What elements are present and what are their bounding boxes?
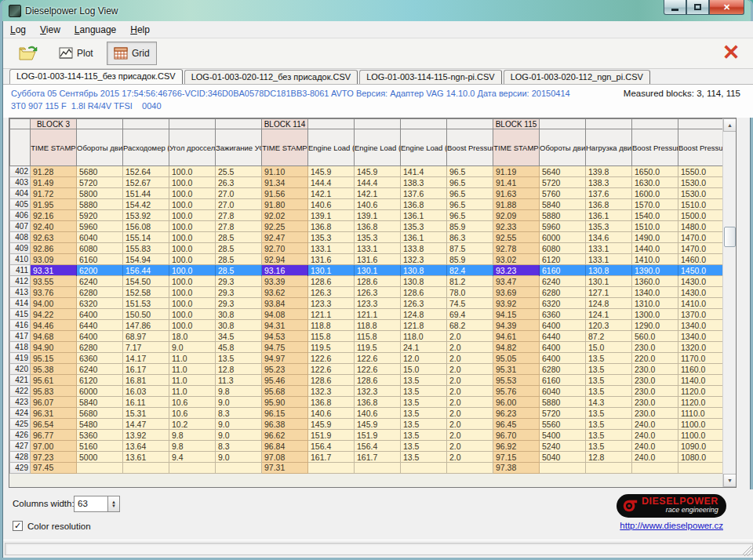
table-cell[interactable]: 15.31 [123, 408, 169, 419]
table-cell[interactable]: 1530.0 [678, 188, 725, 199]
table-cell[interactable]: 92.02 [262, 210, 308, 221]
table-cell[interactable]: 1120.0 [678, 386, 725, 397]
table-cell[interactable]: 5880 [77, 199, 123, 210]
plot-button[interactable]: Plot [52, 42, 100, 65]
table-cell[interactable]: 240.0 [632, 452, 678, 463]
table-cell[interactable]: 154.42 [123, 199, 169, 210]
row-number[interactable]: 429 [10, 463, 31, 474]
table-cell[interactable]: 96.5 [447, 177, 493, 188]
table-cell[interactable]: 2.0 [447, 331, 493, 342]
close-button[interactable]: ✕ [709, 0, 744, 15]
table-cell[interactable]: 2.0 [447, 441, 493, 452]
table-cell[interactable]: 6240 [540, 276, 586, 287]
table-cell[interactable]: 115.8 [308, 331, 355, 342]
table-cell[interactable]: 92.55 [493, 232, 540, 243]
table-cell[interactable]: 5840 [77, 397, 123, 408]
table-cell[interactable]: 96.07 [31, 397, 77, 408]
table-cell[interactable]: 96.84 [262, 441, 308, 452]
table-cell[interactable]: 151.9 [355, 430, 401, 441]
table-cell[interactable]: 91.49 [31, 177, 77, 188]
table-cell[interactable]: 1630.0 [632, 177, 678, 188]
table-cell[interactable]: 138.3 [401, 177, 447, 188]
table-cell[interactable]: 1490.0 [632, 232, 678, 243]
table-cell[interactable]: 119.5 [308, 342, 355, 353]
table-cell[interactable]: 133.1 [355, 243, 401, 254]
table-cell[interactable]: 6080 [77, 243, 123, 254]
table-cell[interactable]: 9.8 [169, 430, 216, 441]
table-cell[interactable]: 2.0 [447, 353, 493, 364]
table-cell[interactable]: 13.5 [401, 441, 447, 452]
table-cell[interactable]: 93.55 [31, 276, 77, 287]
table-cell[interactable]: 27.0 [216, 188, 262, 199]
table-cell[interactable]: 6440 [77, 320, 123, 331]
table-cell[interactable]: 95.23 [262, 364, 308, 375]
table-cell[interactable]: 14.17 [123, 353, 169, 364]
table-cell[interactable]: 121.1 [355, 309, 401, 320]
table-cell[interactable]: 9.8 [216, 386, 262, 397]
table-cell[interactable]: 136.8 [401, 199, 447, 210]
table-cell[interactable]: 94.22 [31, 309, 77, 320]
table-cell[interactable]: 121.8 [401, 320, 447, 331]
table-cell[interactable]: 29.3 [216, 298, 262, 309]
table-cell[interactable]: 9.0 [216, 430, 262, 441]
table-cell[interactable]: 130.8 [401, 276, 447, 287]
table-cell[interactable]: 122.6 [355, 364, 401, 375]
table-cell[interactable]: 13.5 [586, 364, 632, 375]
table-cell[interactable] [447, 463, 493, 474]
table-cell[interactable]: 1510.0 [678, 199, 725, 210]
table-cell[interactable]: 28.5 [216, 232, 262, 243]
table-cell[interactable]: 6080 [540, 243, 586, 254]
scrollbar-thumb[interactable] [724, 227, 736, 247]
table-cell[interactable]: 95.15 [31, 353, 77, 364]
table-cell[interactable]: 1120.0 [678, 397, 725, 408]
table-cell[interactable]: 140.6 [355, 199, 401, 210]
table-cell[interactable]: 128.6 [308, 276, 355, 287]
table-cell[interactable]: 1340.0 [678, 331, 725, 342]
table-cell[interactable]: 14.47 [123, 419, 169, 430]
table-cell[interactable] [540, 463, 586, 474]
table-cell[interactable]: 126.3 [308, 287, 355, 298]
vertical-scrollbar[interactable]: ▲ ▼ [722, 118, 736, 487]
table-cell[interactable]: 86.3 [447, 232, 493, 243]
table-cell[interactable]: 1450.0 [678, 265, 725, 276]
table-cell[interactable]: 1100.0 [678, 430, 725, 441]
table-cell[interactable]: 6240 [77, 364, 123, 375]
table-cell[interactable]: 13.5 [586, 386, 632, 397]
table-cell[interactable]: 95.68 [262, 386, 308, 397]
table-cell[interactable]: 29.3 [216, 287, 262, 298]
row-number[interactable]: 422 [10, 386, 31, 397]
table-cell[interactable]: 142.1 [355, 188, 401, 199]
table-cell[interactable]: 136.1 [401, 210, 447, 221]
table-cell[interactable]: 18.0 [169, 331, 216, 342]
table-cell[interactable]: 6400 [540, 320, 586, 331]
table-cell[interactable]: 82.4 [447, 265, 493, 276]
columns-width-stepper[interactable]: ▲▼ [108, 496, 120, 512]
table-cell[interactable]: 151.53 [123, 298, 169, 309]
row-number[interactable]: 423 [10, 397, 31, 408]
table-cell[interactable]: 81.2 [447, 276, 493, 287]
columns-width-input[interactable]: 63 [74, 496, 108, 512]
table-cell[interactable]: 128.6 [308, 375, 355, 386]
table-cell[interactable]: 128.6 [401, 287, 447, 298]
table-cell[interactable]: 123.3 [308, 298, 355, 309]
table-cell[interactable]: 122.6 [355, 353, 401, 364]
table-cell[interactable]: 93.69 [493, 287, 540, 298]
table-cell[interactable]: 141.4 [401, 166, 447, 177]
table-cell[interactable]: 34.5 [216, 331, 262, 342]
table-cell[interactable]: 9.4 [169, 452, 216, 463]
row-number[interactable]: 418 [10, 342, 31, 353]
table-cell[interactable]: 6280 [77, 342, 123, 353]
table-cell[interactable]: 30.8 [216, 309, 262, 320]
table-cell[interactable]: 16.81 [123, 375, 169, 386]
table-cell[interactable]: 27.8 [216, 210, 262, 221]
table-cell[interactable]: 97.45 [31, 463, 77, 474]
table-cell[interactable]: 145.9 [308, 166, 355, 177]
table-cell[interactable]: 95.38 [31, 364, 77, 375]
table-cell[interactable]: 1390.0 [632, 265, 678, 276]
table-cell[interactable]: 6440 [540, 331, 586, 342]
row-number[interactable]: 408 [10, 232, 31, 243]
table-cell[interactable]: 24.1 [401, 342, 447, 353]
table-cell[interactable]: 135.3 [401, 221, 447, 232]
table-cell[interactable]: 5040 [540, 452, 586, 463]
table-cell[interactable]: 1080.0 [678, 452, 725, 463]
